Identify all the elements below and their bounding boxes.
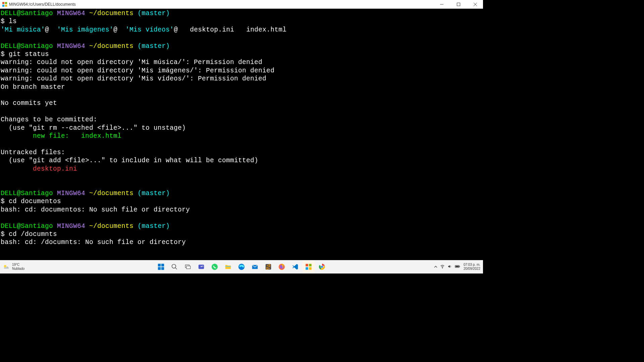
svg-rect-37: [460, 266, 460, 267]
blank-line: [1, 214, 482, 222]
date-label: 20/09/2022: [464, 267, 480, 271]
svg-point-35: [442, 268, 442, 268]
svg-point-13: [172, 264, 176, 268]
untracked-file: desktop.ini: [1, 165, 482, 173]
prompt-line: DELL@Santiago MINGW64 ~/documents (maste…: [1, 189, 482, 197]
svg-rect-3: [5, 5, 7, 7]
svg-rect-9: [158, 264, 161, 266]
prompt-user: DELL@Santiago: [1, 10, 53, 17]
edge-icon[interactable]: [235, 261, 248, 273]
weather-desc: Nublado: [12, 267, 24, 271]
app-icon: [2, 2, 7, 7]
blank-line: [1, 181, 482, 189]
ls-output: 'Mi música'@ 'Mis imágenes'@ 'Mis vídeos…: [1, 26, 482, 34]
branch-line: On branch master: [1, 83, 482, 91]
terminal-area[interactable]: DELL@Santiago MINGW64 ~/documents (maste…: [0, 9, 483, 260]
svg-rect-1: [5, 2, 7, 4]
svg-rect-28: [309, 264, 312, 266]
svg-rect-5: [457, 3, 460, 6]
datetime[interactable]: 07:03 p. m. 20/09/2022: [464, 263, 480, 271]
blank-line: [1, 173, 482, 181]
taskbar-weather[interactable]: 19°C Nublado: [3, 263, 24, 271]
wifi-icon[interactable]: [440, 264, 445, 270]
warning-line: warning: could not open directory 'Mis v…: [1, 75, 482, 83]
sublime-icon[interactable]: [262, 261, 274, 273]
tray-icons[interactable]: [434, 264, 460, 270]
untracked-hint: (use "git add <file>..." to include in w…: [1, 157, 482, 165]
chrome-icon[interactable]: [316, 261, 328, 273]
taskbar-center: [155, 261, 328, 273]
svg-point-8: [4, 265, 6, 267]
window-title: MINGW64:/c/Users/DELL/documents: [9, 2, 76, 7]
changes-header: Changes to be committed:: [1, 116, 482, 124]
svg-rect-30: [309, 267, 312, 270]
svg-line-14: [175, 268, 177, 269]
battery-icon[interactable]: [455, 264, 460, 269]
svg-rect-2: [2, 5, 4, 7]
svg-point-34: [321, 266, 323, 268]
task-view-icon[interactable]: [182, 261, 194, 273]
command-git-status: $ git status: [1, 50, 482, 58]
unstage-hint: (use "git rm --cached <file>..." to unst…: [1, 124, 482, 132]
titlebar-left: MINGW64:/c/Users/DELL/documents: [2, 2, 76, 7]
svg-rect-10: [161, 264, 164, 266]
prompt-line: DELL@Santiago MINGW64 ~/documents (maste…: [1, 42, 482, 50]
error-line: bash: cd: documentos: No such file or di…: [1, 206, 482, 214]
window-titlebar: MINGW64:/c/Users/DELL/documents: [0, 0, 483, 9]
start-button[interactable]: [155, 261, 167, 273]
taskbar: 19°C Nublado: [0, 260, 483, 274]
svg-rect-27: [306, 264, 308, 266]
warning-line: warning: could not open directory 'Mi mú…: [1, 58, 482, 66]
command-ls: $ ls: [1, 17, 482, 25]
git-bash-icon[interactable]: [303, 261, 315, 273]
volume-icon[interactable]: [447, 264, 452, 270]
svg-rect-29: [306, 267, 308, 270]
svg-rect-21: [225, 266, 231, 267]
svg-rect-12: [161, 267, 164, 270]
file-explorer-icon[interactable]: [222, 261, 234, 273]
svg-rect-16: [186, 266, 191, 269]
firefox-icon[interactable]: [276, 261, 288, 273]
warning-line: warning: could not open directory 'Mis i…: [1, 67, 482, 75]
prompt-env: MINGW64: [57, 10, 85, 17]
no-commits-line: No commits yet: [1, 99, 482, 107]
time-label: 07:03 p. m.: [464, 263, 480, 267]
blank-line: [1, 108, 482, 116]
blank-line: [1, 34, 482, 42]
svg-point-19: [202, 266, 203, 267]
window-controls: [437, 1, 480, 8]
minimize-button[interactable]: [437, 1, 447, 8]
vscode-icon[interactable]: [289, 261, 301, 273]
maximize-button[interactable]: [453, 1, 464, 8]
taskbar-tray: 07:03 p. m. 20/09/2022: [434, 263, 480, 271]
whatsapp-icon[interactable]: [209, 261, 221, 273]
close-button[interactable]: [470, 1, 480, 8]
weather-icon: [3, 263, 10, 270]
weather-temp: 19°C: [12, 263, 24, 267]
command-cd1: $ cd documentos: [1, 197, 482, 205]
teams-icon[interactable]: [195, 261, 207, 273]
new-file-line: new file: index.html: [1, 132, 482, 140]
weather-text: 19°C Nublado: [12, 263, 24, 271]
mail-icon[interactable]: [249, 261, 261, 273]
blank-line: [1, 140, 482, 148]
svg-rect-11: [158, 267, 161, 270]
prompt-path: ~/documents: [89, 10, 133, 17]
svg-point-18: [201, 266, 202, 267]
svg-point-20: [212, 264, 218, 270]
prompt-branch: (master): [138, 10, 170, 17]
svg-rect-38: [455, 266, 459, 267]
untracked-header: Untracked files:: [1, 148, 482, 157]
command-cd2: $ cd /documnts: [1, 230, 482, 238]
blank-line: [1, 91, 482, 99]
prompt-line: DELL@Santiago MINGW64 ~/documents (maste…: [1, 222, 482, 230]
search-icon[interactable]: [168, 261, 180, 273]
chevron-up-icon[interactable]: [434, 264, 437, 269]
prompt-line: DELL@Santiago MINGW64 ~/documents (maste…: [1, 9, 482, 17]
svg-rect-0: [2, 2, 4, 4]
error-line: bash: cd: /documnts: No such file or dir…: [1, 238, 482, 246]
